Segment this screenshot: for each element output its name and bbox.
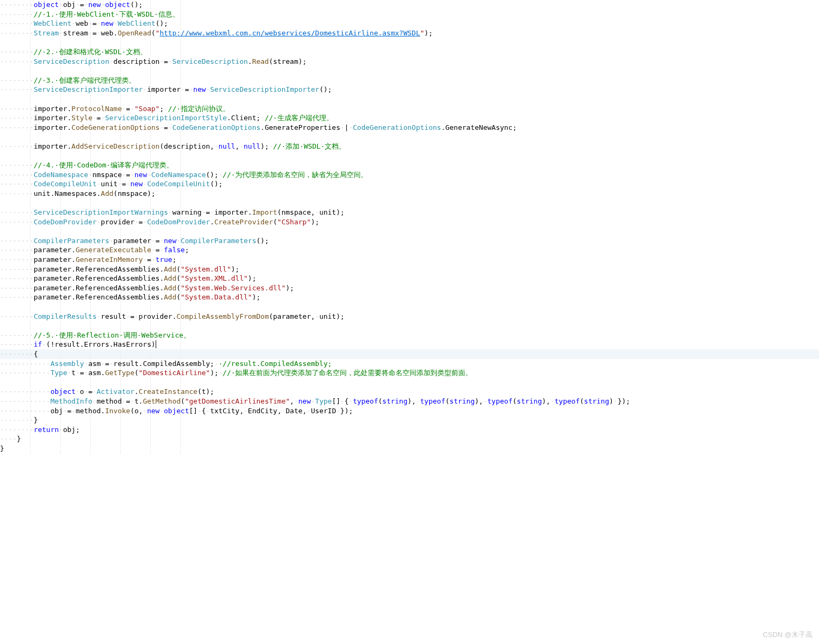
code-line[interactable]: ········parameter.GenerateInMemory·=·tru… [0,255,819,265]
code-line[interactable]: ········if·(!result.Errors.HasErrors)​ [0,340,819,349]
code-line[interactable]: ········parameter.ReferencedAssemblies.A… [0,274,819,283]
code-line[interactable]: ············Type·t·=·asm.GetType("Domest… [0,368,819,378]
code-line[interactable]: ········//·2.·创建和格式化·WSDL·文档。 [0,47,819,57]
code-line[interactable]: ········{ [0,349,819,359]
code-line[interactable]: ········parameter.ReferencedAssemblies.A… [0,265,819,274]
code-line[interactable]: ········//·3.·创建客户端代理代理类。 [0,76,819,85]
code-line[interactable]: ········} [0,415,819,425]
code-line[interactable]: ········//·1.·使用·WebClient·下载·WSDL·信息。 [0,10,819,19]
code-line[interactable]: ········CompilerParameters·parameter·=·n… [0,236,819,246]
code-line[interactable]: ········CompilerResults·result·=·provide… [0,312,819,321]
code-line[interactable]: ········Stream·stream·=·web.OpenRead("ht… [0,28,819,38]
code-line[interactable] [0,38,819,47]
code-line[interactable]: ············obj·=·method.Invoke(o,·new·o… [0,406,819,416]
code-line[interactable] [0,151,819,161]
code-line[interactable] [0,302,819,312]
code-editor-view[interactable]: ········object·obj·=·new·object();······… [0,0,819,453]
code-line[interactable] [0,378,819,387]
code-line[interactable]: ········importer.ProtocolName·=·"Soap";·… [0,104,819,114]
code-line[interactable]: } [0,444,819,453]
code-line[interactable] [0,226,819,236]
code-line[interactable]: ········parameter.ReferencedAssemblies.A… [0,292,819,302]
code-line[interactable]: ········importer.AddServiceDescription(d… [0,142,819,151]
code-line[interactable]: ········importer.CodeGenerationOptions·=… [0,123,819,133]
code-line[interactable]: ········CodeCompileUnit·unit·=·new·CodeC… [0,179,819,189]
code-line[interactable]: ········ServiceDescriptionImportWarnings… [0,208,819,217]
code-line[interactable]: ········ServiceDescriptionImporter·impor… [0,85,819,94]
code-line[interactable] [0,94,819,104]
code-line[interactable]: ········CodeNamespace·nmspace·=·new·Code… [0,170,819,180]
code-line[interactable]: ········object·obj·=·new·object(); [0,0,819,10]
code-line[interactable]: ····} [0,434,819,444]
code-line[interactable]: ········CodeDomProvider·provider·=·CodeD… [0,217,819,227]
code-line[interactable]: ········//·5.·使用·Reflection·调用·WebServic… [0,331,819,340]
code-line[interactable] [0,198,819,208]
code-line[interactable]: ········WebClient·web·=·new·WebClient(); [0,19,819,28]
code-line[interactable]: ········//·4.·使用·CodeDom·编译客户端代理类。 [0,160,819,170]
code-line[interactable] [0,132,819,142]
code-line[interactable] [0,321,819,331]
code-line[interactable] [0,66,819,76]
code-line[interactable]: ············MethodInfo·method·=·t.GetMet… [0,397,819,406]
code-line[interactable]: ········unit.Namespaces.Add(nmspace); [0,189,819,199]
code-line[interactable]: ········ServiceDescription·description·=… [0,57,819,67]
code-line[interactable]: ········return·obj; [0,425,819,435]
code-line[interactable]: ········parameter.GenerateExecutable·=·f… [0,245,819,255]
code-line[interactable]: ········importer.Style·=·ServiceDescript… [0,113,819,123]
code-line[interactable]: ············Assembly·asm·=·result.Compil… [0,359,819,369]
code-line[interactable]: ········parameter.ReferencedAssemblies.A… [0,283,819,293]
code-line[interactable]: ············object·o·=·Activator.CreateI… [0,387,819,397]
